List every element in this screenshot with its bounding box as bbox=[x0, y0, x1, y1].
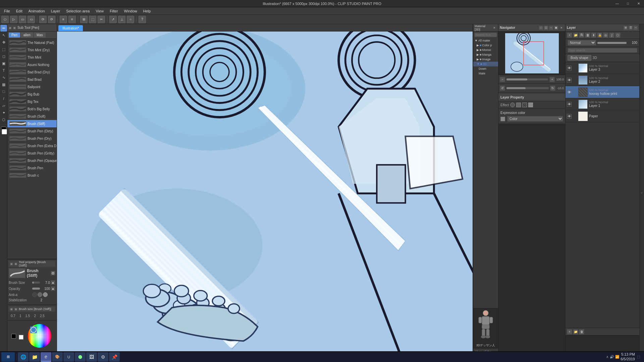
blend-mode-select[interactable]: Normal bbox=[568, 40, 596, 46]
nav-close-btn[interactable]: ✕ bbox=[559, 25, 564, 30]
toolbar-btn-crop[interactable]: ✂ bbox=[98, 16, 105, 23]
layer-add-btn[interactable]: + bbox=[567, 329, 572, 335]
tree-monoc[interactable]: ▶ ■ Monoc bbox=[473, 48, 498, 52]
start-button[interactable]: ⊞ bbox=[1, 352, 15, 362]
toolbar-btn-1[interactable]: ⬭ bbox=[1, 16, 9, 23]
menu-view[interactable]: View bbox=[93, 8, 106, 14]
brush-the-natural[interactable]: The Natural (Pad) bbox=[7, 39, 57, 46]
effect-solid-btn[interactable] bbox=[528, 103, 533, 107]
tree-manga[interactable]: ▶ ■ Manga bbox=[473, 52, 498, 57]
layer-hollow-lock[interactable] bbox=[572, 90, 577, 95]
brush-asumi[interactable]: Asumi Nothing bbox=[7, 61, 57, 68]
layer-paper-lock[interactable] bbox=[572, 114, 577, 119]
taskbar-explorer[interactable]: 📁 bbox=[29, 352, 40, 362]
effect-circle-btn[interactable] bbox=[510, 103, 515, 107]
tool-transform[interactable]: ⬚ bbox=[0, 46, 7, 53]
layer-2-eye[interactable]: 👁 bbox=[567, 78, 572, 82]
effect-pattern-btn[interactable] bbox=[522, 103, 527, 107]
minimize-button[interactable]: — bbox=[612, 0, 623, 7]
layer-icon-copy[interactable]: ⿃ bbox=[579, 33, 584, 38]
nav-btn-1[interactable]: □ bbox=[539, 25, 543, 30]
taskbar-app3[interactable]: ⚙ bbox=[98, 352, 108, 362]
brush-pen-gritty[interactable]: Brush Pen (Gritty) bbox=[7, 149, 57, 157]
nav-btn-4[interactable]: ▣ bbox=[554, 25, 558, 30]
size-1.5[interactable]: 1.5 bbox=[24, 314, 31, 318]
brush-pen[interactable]: Brush Pen bbox=[7, 164, 57, 172]
nav-zoom-slider[interactable] bbox=[506, 78, 548, 80]
nav-zoom-out[interactable]: − bbox=[500, 77, 505, 82]
layer-icon-folder[interactable]: 📁 bbox=[573, 33, 578, 38]
material-close-btn[interactable]: ✕ bbox=[492, 25, 497, 30]
tree-all-materials[interactable]: ▼ All mater bbox=[473, 38, 498, 43]
tree-3d[interactable]: ▼ ■ 3D bbox=[473, 62, 498, 66]
color-wheel[interactable] bbox=[26, 322, 53, 349]
fg-color[interactable] bbox=[11, 334, 16, 339]
aa-2[interactable] bbox=[43, 292, 48, 297]
brush-c[interactable]: Brush c bbox=[7, 172, 57, 179]
brush-big-bub[interactable]: Big Bub bbox=[7, 90, 57, 98]
layer-icon-lock[interactable]: 🔒 bbox=[597, 33, 602, 38]
brush-settings-btn[interactable]: ⚙ bbox=[51, 271, 55, 276]
expression-color-select[interactable]: Color bbox=[507, 116, 563, 122]
close-button[interactable]: ✕ bbox=[633, 0, 644, 7]
brush-pen-opaque[interactable]: Brush Pen (Opaque) bbox=[7, 157, 57, 164]
brush-tab-pen[interactable]: Pen bbox=[9, 33, 20, 38]
layer-1-lock[interactable] bbox=[572, 102, 577, 107]
layer-icon-ref[interactable]: ◎ bbox=[603, 33, 608, 38]
menu-animation[interactable]: Animation bbox=[26, 8, 48, 14]
bg-color[interactable] bbox=[19, 335, 23, 340]
canvas-tab-illustration[interactable]: Illustration* bbox=[58, 25, 83, 31]
brush-bad-brad[interactable]: Bad Brad bbox=[7, 76, 57, 83]
toolbar-btn-8[interactable]: ≡ bbox=[68, 16, 76, 23]
nav-btn-3[interactable]: ↔ bbox=[549, 25, 553, 30]
brush-tab-mas[interactable]: Mas bbox=[34, 33, 46, 38]
layer-header-btn3[interactable]: ↔ bbox=[633, 25, 638, 30]
toolbar-btn-7[interactable]: ≡ bbox=[60, 16, 67, 23]
tool-pen[interactable]: ✏ bbox=[0, 25, 7, 32]
tool-color-bg[interactable] bbox=[2, 129, 7, 134]
toolbar-btn-5[interactable]: ⟳ bbox=[39, 16, 47, 23]
toolbar-btn-grid[interactable]: ⊞ bbox=[80, 16, 88, 23]
nav-rot-left[interactable]: ↺ bbox=[500, 85, 505, 91]
toolbar-btn-help[interactable]: ? bbox=[139, 16, 146, 23]
layer-header-btn2[interactable]: ☰ bbox=[628, 25, 633, 30]
material-search-input[interactable] bbox=[474, 33, 497, 37]
aa-1[interactable] bbox=[38, 292, 42, 297]
menu-window[interactable]: Window bbox=[121, 8, 140, 14]
brush-thin-mint-dry[interactable]: Thin Mint (Dry) bbox=[7, 46, 57, 54]
brush-pen-extra-dry[interactable]: Brush Pen (Extra Dry) bbox=[7, 142, 57, 149]
layer-icon-merge[interactable]: ⬇ bbox=[591, 33, 596, 38]
nav-rot-right[interactable]: ↻ bbox=[550, 85, 555, 91]
taskbar-app4[interactable]: 📌 bbox=[109, 352, 120, 362]
layer-opacity-slider[interactable] bbox=[597, 42, 627, 44]
opacity-slider[interactable] bbox=[32, 288, 40, 290]
taskbar-edge[interactable]: 🌐 bbox=[18, 352, 29, 362]
tool-eyedrop[interactable]: ✦ bbox=[0, 109, 7, 116]
tool-shape[interactable]: □ bbox=[0, 88, 7, 95]
toolbar-btn-circle[interactable]: ○ bbox=[127, 16, 134, 23]
layer-2-lock[interactable] bbox=[572, 78, 577, 82]
layer-item-2[interactable]: 👁 100 % Normal Layer 2 bbox=[566, 74, 639, 86]
nav-rot-slider[interactable] bbox=[506, 87, 549, 89]
tool-select[interactable]: ↖ bbox=[0, 32, 7, 39]
toolbar-btn-arrow[interactable]: ↗ bbox=[109, 16, 117, 23]
layer-icon-new[interactable]: + bbox=[567, 33, 572, 38]
maximize-button[interactable]: □ bbox=[623, 0, 633, 7]
tree-image[interactable]: ▶ ■ Image bbox=[473, 57, 498, 62]
tool-gradient[interactable]: ▦ bbox=[0, 81, 7, 88]
tool-move[interactable]: ✥ bbox=[0, 39, 7, 46]
size-2.5[interactable]: 2.5 bbox=[39, 314, 45, 318]
menu-selection[interactable]: Selection area bbox=[63, 8, 92, 14]
tray-notification[interactable]: ⬚ bbox=[637, 355, 640, 359]
layer-1-eye[interactable]: 👁 bbox=[567, 102, 572, 107]
brush-pen-dirty[interactable]: Brush Pen (Dirty) bbox=[7, 127, 57, 135]
body-shape-button[interactable]: Body shape bbox=[568, 55, 591, 61]
tree-down[interactable]: Down bbox=[473, 66, 498, 71]
toolbar-btn-4[interactable]: ▭ bbox=[28, 16, 35, 23]
right-collapse-handle[interactable]: › bbox=[639, 24, 644, 362]
brush-bad-brad-dry[interactable]: Bad Brad (Dry) bbox=[7, 68, 57, 76]
menu-layer[interactable]: Layer bbox=[48, 8, 63, 14]
menu-edit[interactable]: Edit bbox=[13, 8, 25, 14]
layer-paper-eye[interactable]: 👁 bbox=[567, 114, 572, 119]
layer-icon-delete[interactable]: 🗑 bbox=[585, 33, 590, 38]
